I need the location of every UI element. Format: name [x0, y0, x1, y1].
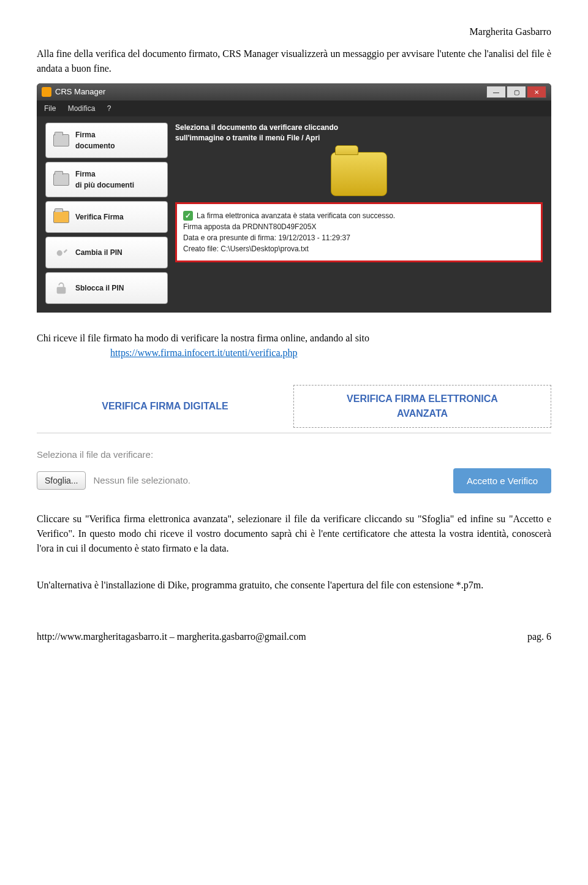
tab-avanzata-l2: AVANZATA	[298, 406, 547, 421]
signed-by-value: PRDNNT80D49F205X	[243, 222, 317, 231]
file-selected-text: Nessun file selezionato.	[93, 474, 446, 488]
paragraph-link-pre: Chi riceve il file firmato ha modo di ve…	[37, 333, 369, 343]
tab-firma-avanzata[interactable]: VERIFICA FIRMA ELETTRONICA AVANZATA	[293, 385, 551, 428]
page-footer: http://www.margheritagasbarro.it – margh…	[37, 629, 551, 644]
label-sblocca-pin: Sblocca il PIN	[75, 283, 124, 294]
app-icon	[42, 87, 51, 97]
minimize-button[interactable]: —	[486, 86, 506, 98]
label-cambia-pin: Cambia il PIN	[75, 247, 123, 258]
search-folder-icon	[52, 208, 70, 226]
menubar: File Modifica ?	[37, 101, 551, 116]
verify-tabs: VERIFICA FIRMA DIGITALE VERIFICA FIRMA E…	[37, 385, 551, 428]
crs-manager-window: CRS Manager — ▢ ✕ File Modifica ? Firma …	[37, 83, 551, 313]
verify-datetime: Data e ora presunte di firma: 19/12/2013…	[183, 232, 535, 243]
paragraph-intro: Alla fine della verifica del documento f…	[37, 47, 551, 76]
header-author: Margherita Gasbarro	[37, 25, 551, 39]
hint-line-2: sull'immagine o tramite il menù File / A…	[175, 133, 543, 143]
tab-firma-digitale[interactable]: VERIFICA FIRMA DIGITALE	[37, 393, 293, 420]
label-firma-piu-l1: Firma	[75, 169, 134, 180]
label-verifica: Verifica Firma	[75, 211, 124, 222]
folder-open-icon[interactable]	[331, 152, 387, 196]
tab-divider	[37, 433, 551, 433]
sidebar-item-firma-piu[interactable]: Firma di più documenti	[45, 162, 168, 197]
sidebar-item-firma-documento[interactable]: Firma documento	[45, 123, 168, 158]
footer-right: pag. 6	[527, 629, 551, 644]
sidebar-item-sblocca-pin[interactable]: Sblocca il PIN	[45, 272, 168, 304]
label-firma-piu-l2: di più documenti	[75, 180, 134, 191]
footer-left: http://www.margheritagasbarro.it – margh…	[37, 629, 306, 644]
content-panel: Seleziona il documento da verificare cli…	[175, 123, 543, 304]
key-icon	[52, 243, 70, 262]
check-icon: ✓	[183, 211, 193, 221]
signed-by-label: Firma apposta da	[183, 222, 243, 231]
label-firma-l2: documento	[75, 140, 115, 151]
sidebar: Firma documento Firma di più documenti V…	[45, 123, 168, 304]
file-select-row: Sfoglia... Nessun file selezionato. Acce…	[37, 468, 551, 493]
window-title: CRS Manager	[55, 86, 486, 98]
tab-avanzata-l1: VERIFICA FIRMA ELETTRONICA	[298, 392, 547, 406]
close-button[interactable]: ✕	[527, 86, 546, 98]
file-select-label: Seleziona il file da verificare:	[37, 448, 551, 462]
sidebar-item-verifica-firma[interactable]: Verifica Firma	[45, 201, 168, 233]
verify-file: Creato file: C:\Users\Desktop\prova.txt	[183, 243, 535, 254]
paragraph-link-intro: Chi riceve il file firmato ha modo di ve…	[37, 331, 551, 360]
unlock-icon	[52, 279, 70, 297]
verify-success-text: La firma elettronica avanzata è stata ve…	[197, 210, 395, 221]
paragraph-alternative: Un'alternativa è l'installazione di Dike…	[37, 578, 551, 593]
maximize-button[interactable]: ▢	[507, 86, 526, 98]
hint-line-1: Seleziona il documento da verificare cli…	[175, 123, 543, 133]
folder-icon	[52, 131, 70, 150]
accept-verify-button[interactable]: Accetto e Verifico	[453, 468, 551, 493]
menu-modifica[interactable]: Modifica	[68, 104, 96, 113]
folder-icon	[52, 170, 70, 189]
paragraph-instructions: Cliccare su "Verifica firma elettronica …	[37, 512, 551, 556]
label-firma-l1: Firma	[75, 129, 115, 140]
menu-file[interactable]: File	[44, 104, 56, 113]
browse-button[interactable]: Sfoglia...	[37, 471, 86, 490]
verification-link[interactable]: https://www.firma.infocert.it/utenti/ver…	[110, 348, 298, 358]
sidebar-item-cambia-pin[interactable]: Cambia il PIN	[45, 237, 168, 268]
panel-hint: Seleziona il documento da verificare cli…	[175, 123, 543, 143]
window-titlebar: CRS Manager — ▢ ✕	[37, 83, 551, 101]
menu-help[interactable]: ?	[107, 104, 111, 113]
verification-result-box: ✓ La firma elettronica avanzata è stata …	[175, 202, 543, 262]
window-controls: — ▢ ✕	[486, 86, 546, 98]
